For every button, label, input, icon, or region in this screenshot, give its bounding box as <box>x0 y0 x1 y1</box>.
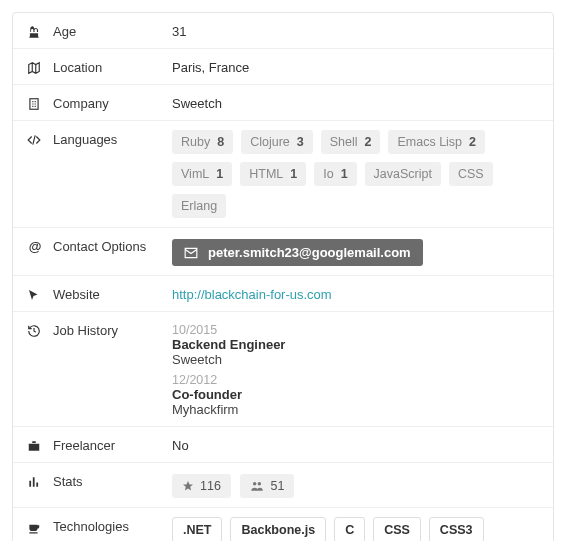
briefcase-icon <box>27 439 43 453</box>
mail-icon <box>184 247 198 259</box>
row-job-history: Job History 10/2015Backend EngineerSweet… <box>13 312 553 427</box>
at-icon: @ <box>27 239 43 254</box>
email-text: peter.smitch23@googlemail.com <box>208 245 411 260</box>
cake-icon <box>27 25 43 39</box>
job-date: 10/2015 <box>172 323 539 337</box>
language-tag[interactable]: CSS <box>449 162 493 186</box>
cup-icon <box>27 520 43 534</box>
technologies-list: .NETBackbone.jsCCSSCSS3ClojureCloud Comp… <box>172 517 539 541</box>
language-name: Io <box>323 167 333 181</box>
technology-tag[interactable]: .NET <box>172 517 222 541</box>
value-freelancer: No <box>172 436 539 453</box>
users-icon <box>250 480 264 492</box>
value-company: Sweetch <box>172 94 539 111</box>
field-label-languages: Languages <box>53 132 117 147</box>
history-icon <box>27 324 43 338</box>
code-icon <box>27 133 43 147</box>
job-title: Co-founder <box>172 387 539 402</box>
field-label-location: Location <box>53 60 102 75</box>
email-pill[interactable]: peter.smitch23@googlemail.com <box>172 239 423 266</box>
row-stats: Stats 116 51 <box>13 463 553 508</box>
field-label-website: Website <box>53 287 100 302</box>
job-company: Sweetch <box>172 352 539 367</box>
svg-point-2 <box>258 482 262 486</box>
stat-followers-value: 51 <box>270 479 284 493</box>
row-location: Location Paris, France <box>13 49 553 85</box>
stat-followers: 51 <box>240 474 294 498</box>
language-tag[interactable]: Ruby8 <box>172 130 233 154</box>
field-label-job-history: Job History <box>53 323 118 338</box>
value-age: 31 <box>172 22 539 39</box>
job-item: 12/2012Co-founderMyhackfirm <box>172 373 539 417</box>
language-count: 1 <box>216 167 223 181</box>
language-name: Emacs Lisp <box>397 135 462 149</box>
technology-tag[interactable]: Backbone.js <box>230 517 326 541</box>
job-date: 12/2012 <box>172 373 539 387</box>
row-age: Age 31 <box>13 13 553 49</box>
language-name: VimL <box>181 167 209 181</box>
language-name: Erlang <box>181 199 217 213</box>
job-title: Backend Engineer <box>172 337 539 352</box>
language-tag[interactable]: Shell2 <box>321 130 381 154</box>
language-tag[interactable]: Io1 <box>314 162 356 186</box>
technology-tag[interactable]: CSS3 <box>429 517 484 541</box>
language-tag[interactable]: Emacs Lisp2 <box>388 130 485 154</box>
stat-stars: 116 <box>172 474 231 498</box>
language-count: 2 <box>469 135 476 149</box>
language-name: HTML <box>249 167 283 181</box>
language-count: 8 <box>217 135 224 149</box>
field-label-age: Age <box>53 24 76 39</box>
star-icon <box>182 480 194 492</box>
jobs-list: 10/2015Backend EngineerSweetch12/2012Co-… <box>172 321 539 417</box>
language-name: Shell <box>330 135 358 149</box>
language-count: 1 <box>290 167 297 181</box>
field-label-contact: Contact Options <box>53 239 146 254</box>
language-name: CSS <box>458 167 484 181</box>
stat-stars-value: 116 <box>200 479 221 493</box>
language-tag[interactable]: VimL1 <box>172 162 232 186</box>
map-icon <box>27 61 43 75</box>
field-label-technologies: Technologies <box>53 519 129 534</box>
svg-rect-0 <box>30 98 38 109</box>
chart-icon <box>27 475 43 489</box>
field-label-stats: Stats <box>53 474 83 489</box>
language-name: Ruby <box>181 135 210 149</box>
row-languages: Languages Ruby8Clojure3Shell2Emacs Lisp2… <box>13 121 553 228</box>
row-contact: @ Contact Options peter.smitch23@googlem… <box>13 228 553 276</box>
field-label-freelancer: Freelancer <box>53 438 115 453</box>
row-website: Website http://blackchain-for-us.com <box>13 276 553 312</box>
language-count: 3 <box>297 135 304 149</box>
language-count: 1 <box>341 167 348 181</box>
technology-tag[interactable]: C <box>334 517 365 541</box>
cursor-icon <box>27 288 43 302</box>
languages-list: Ruby8Clojure3Shell2Emacs Lisp2VimL1HTML1… <box>172 130 539 218</box>
website-link[interactable]: http://blackchain-for-us.com <box>172 287 332 302</box>
language-tag[interactable]: Clojure3 <box>241 130 313 154</box>
job-company: Myhackfirm <box>172 402 539 417</box>
field-label-company: Company <box>53 96 109 111</box>
language-name: Clojure <box>250 135 290 149</box>
language-tag[interactable]: Erlang <box>172 194 226 218</box>
job-item: 10/2015Backend EngineerSweetch <box>172 323 539 367</box>
row-freelancer: Freelancer No <box>13 427 553 463</box>
language-tag[interactable]: JavaScript <box>365 162 441 186</box>
language-count: 2 <box>365 135 372 149</box>
technology-tag[interactable]: CSS <box>373 517 421 541</box>
value-location: Paris, France <box>172 58 539 75</box>
language-tag[interactable]: HTML1 <box>240 162 306 186</box>
profile-panel: Age 31 Location Paris, France Company Sw… <box>12 12 554 541</box>
language-name: JavaScript <box>374 167 432 181</box>
building-icon <box>27 97 43 111</box>
row-technologies: Technologies .NETBackbone.jsCCSSCSS3Cloj… <box>13 508 553 541</box>
svg-point-1 <box>253 482 256 486</box>
row-company: Company Sweetch <box>13 85 553 121</box>
